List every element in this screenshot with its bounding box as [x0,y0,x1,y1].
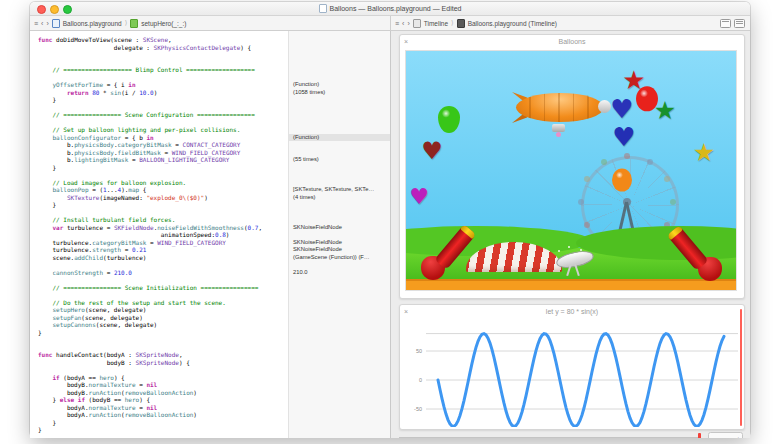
breadcrumb-symbol[interactable]: setupHero(_:_:) [141,20,186,27]
back-icon[interactable]: ‹ [41,20,43,27]
increment-icon[interactable]: + [736,435,740,439]
editor-layout-buttons [720,19,745,28]
standard-editor-icon[interactable] [720,19,731,28]
code-text[interactable]: func doDidMoveToView(scene : SKScene, de… [38,36,262,434]
jump-bar-source: ≡ ‹ › Balloons.playground ⟩ setupHero(_:… [30,16,391,30]
blimp-hero [556,132,561,137]
wheel-cabin [578,199,584,205]
assistant-editor-icon[interactable] [734,19,745,28]
result-item[interactable]: (55 times) [289,156,391,164]
close-icon[interactable]: × [404,35,408,49]
balloon-gold-star: ★ [693,140,715,165]
breadcrumb-file[interactable]: Balloons.playground [63,20,122,27]
cannon-right [672,223,726,285]
balloon-green-star: ★ [654,98,676,123]
wheel-cabin [584,222,590,228]
y-tick-label: 0 [406,377,422,383]
result-item[interactable]: SKNoiseFieldNode [289,224,391,232]
decrement-icon[interactable]: − [711,435,715,439]
fan-sparkle [558,250,560,252]
playground-results-sidebar: (Function)(1058 times)(Function)(55 time… [288,31,391,438]
close-icon[interactable]: × [404,305,408,319]
cannon-barrel [434,224,476,270]
back-icon[interactable]: ‹ [402,20,404,27]
chart-plot-area [426,325,738,427]
title-bar: Balloons — Balloons.playground — Edited [30,2,750,16]
balloon-orange-round [612,169,632,192]
fan-sparkle [580,249,582,251]
timeline-duration-stepper: − 30sec + [708,432,743,438]
result-item[interactable]: (1058 times) [289,89,391,97]
result-item[interactable]: 210.0 [289,269,391,277]
blimp-panel-lines [516,93,604,122]
balloons-scene: ♥♥★♥★♥★ [405,50,737,291]
window-title: Balloons — Balloons.playground — Edited [30,2,750,15]
live-view-card: × Balloons ♥♥★♥★♥★ [399,34,745,299]
fan-sparkle [568,246,570,248]
forward-icon[interactable]: › [407,20,409,27]
wheel-cabin [670,199,676,205]
playground-file-icon [52,19,60,28]
xcode-window: Balloons — Balloons.playground — Edited … [30,2,750,437]
timeline-pane: × Balloons ♥♥★♥★♥★ × let y = 80 * sin(x)… [390,31,750,438]
balloon-navy-heart: ♥ [610,96,633,122]
blimp [512,91,612,139]
result-item[interactable]: (4 times) [289,194,391,202]
blimp-nose [598,100,611,113]
timeline-position-indicator [740,309,742,426]
breadcrumb-timeline[interactable]: Timeline [424,20,448,27]
result-item[interactable]: SKNoiseFieldNode [289,246,391,254]
source-editor[interactable]: func doDidMoveToView(scene : SKScene, de… [30,31,390,438]
result-item[interactable]: [SKTexture, SKTexture, SKTe… [289,186,391,194]
y-tick-label: -50 [406,406,422,412]
forward-icon[interactable]: › [46,20,48,27]
jump-bars: ≡ ‹ › Balloons.playground ⟩ setupHero(_:… [30,16,750,31]
cannon-left [417,222,471,284]
timeline-slider-track[interactable] [399,437,701,438]
chart-title: let y = 80 * sin(x) [400,305,744,319]
live-view-title: Balloons [400,35,744,49]
chart-card: × let y = 80 * sin(x) 500-50 [399,304,745,430]
wheel-cabin [601,159,607,165]
jump-bar-assistant: ≡ ‹ › Timeline ⟩ Balloons.playground (Ti… [391,16,750,30]
timeline-duration-value: 30 [719,438,726,439]
wheel-cabin [647,159,653,165]
wheel-cabin [584,176,590,182]
wheel-cabin [664,176,670,182]
result-item[interactable]: (Function) [289,81,391,89]
timeline-doc-icon [457,19,465,28]
wheel-cabin [624,153,630,159]
cannon-barrel [667,225,709,271]
breadcrumb-timeline-doc[interactable]: Balloons.playground (Timeline) [468,20,557,27]
breadcrumb-separator-icon: ⟩ [451,19,454,27]
timeline-icon [413,19,421,28]
desktop: Balloons — Balloons.playground — Edited … [0,0,780,444]
balloon-magenta-heart: ♥ [409,186,429,208]
blimp-gondola [552,124,565,132]
related-items-menu-icon[interactable]: ≡ [34,20,38,27]
balloon-green-teardrop [438,106,460,133]
balloon-maroon-heart: ♥ [421,139,443,163]
related-items-menu-icon[interactable]: ≡ [395,20,399,27]
balloon-highlight [442,109,450,118]
balloon-highlight [640,89,648,97]
fan [554,246,594,278]
result-item[interactable]: (Function) [289,134,391,142]
balloon-navy-heart-2: ♥ [612,124,635,150]
timeline-controls: − 30sec + [399,432,743,438]
breadcrumb-separator-icon: ⟩ [125,19,128,27]
blimp-body [516,93,604,122]
window-title-text: Balloons — Balloons.playground — Edited [330,5,462,12]
result-item[interactable]: SKNoiseFieldNode [289,239,391,247]
balloon-highlight [616,171,624,178]
sine-wave-chart [426,325,738,427]
y-tick-label: 50 [406,348,422,354]
timeline-scrubber-handle[interactable] [698,433,701,438]
document-icon [319,4,327,13]
symbol-icon [130,19,138,28]
result-item[interactable]: (GameScene (Function)) (F… [289,254,391,262]
editor-content: func doDidMoveToView(scene : SKScene, de… [30,31,750,438]
